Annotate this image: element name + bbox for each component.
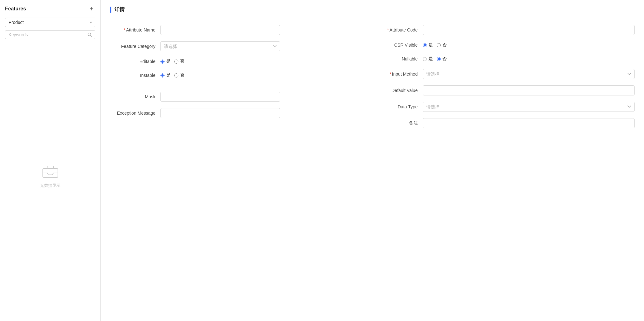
form-left-column: Attribute Name Feature Category 请选择 Edit… bbox=[110, 22, 372, 131]
csr-visible-yes-option[interactable]: 是 bbox=[423, 42, 433, 48]
instable-radio-group: 是 否 bbox=[160, 72, 184, 78]
instable-no-radio[interactable] bbox=[174, 73, 178, 77]
csr-visible-yes-label: 是 bbox=[428, 42, 433, 48]
instable-label: Instable bbox=[110, 73, 160, 78]
editable-label: Editable bbox=[110, 59, 160, 64]
nullable-label: Nullable bbox=[379, 56, 423, 61]
section-title: 详情 bbox=[115, 6, 125, 13]
input-method-select[interactable]: 请选择 bbox=[423, 69, 635, 79]
mask-row: Mask bbox=[110, 89, 354, 105]
instable-no-label: 否 bbox=[180, 72, 184, 78]
instable-yes-radio[interactable] bbox=[160, 73, 165, 77]
nullable-yes-label: 是 bbox=[428, 56, 433, 62]
search-button[interactable] bbox=[87, 32, 92, 37]
editable-no-radio[interactable] bbox=[174, 60, 178, 64]
empty-inbox-icon bbox=[42, 164, 59, 180]
default-value-row: Default Value bbox=[379, 82, 635, 99]
instable-no-option[interactable]: 否 bbox=[174, 72, 184, 78]
remarks-row: 备注 bbox=[379, 115, 635, 131]
form-grid: Attribute Name Feature Category 请选择 Edit… bbox=[110, 22, 635, 131]
mask-input[interactable] bbox=[160, 92, 280, 102]
editable-row: Editable 是 否 bbox=[110, 54, 354, 68]
instable-yes-label: 是 bbox=[166, 72, 171, 78]
instable-yes-option[interactable]: 是 bbox=[160, 72, 171, 78]
search-input[interactable] bbox=[8, 32, 87, 37]
sidebar-title: Features bbox=[5, 6, 26, 12]
editable-yes-option[interactable]: 是 bbox=[160, 59, 171, 64]
input-method-row: Input Method 请选择 bbox=[379, 66, 635, 82]
default-value-label: Default Value bbox=[379, 88, 423, 93]
remarks-input[interactable] bbox=[423, 118, 635, 128]
main-content: 详情 Attribute Name Feature Category 请选择 E… bbox=[101, 0, 644, 321]
attribute-code-label: Attribute Code bbox=[379, 27, 423, 32]
attribute-name-label: Attribute Name bbox=[110, 27, 160, 32]
csr-visible-no-label: 否 bbox=[442, 42, 447, 48]
attribute-name-row: Attribute Name bbox=[110, 22, 354, 38]
mask-label: Mask bbox=[110, 94, 160, 99]
attribute-code-input[interactable] bbox=[423, 25, 635, 35]
csr-visible-radio-group: 是 否 bbox=[423, 42, 447, 48]
nullable-radio-group: 是 否 bbox=[423, 56, 447, 62]
exception-message-row: Exception Message bbox=[110, 105, 354, 121]
editable-no-label: 否 bbox=[180, 59, 184, 64]
svg-line-1 bbox=[91, 36, 92, 37]
default-value-input[interactable] bbox=[423, 85, 635, 95]
exception-message-label: Exception Message bbox=[110, 111, 160, 116]
feature-category-label: Feature Category bbox=[110, 44, 160, 49]
attribute-code-row: Attribute Code bbox=[379, 22, 635, 38]
csr-visible-yes-radio[interactable] bbox=[423, 43, 427, 47]
sidebar-header: Features + bbox=[0, 5, 100, 18]
section-indicator bbox=[110, 7, 111, 13]
form-right-column: Attribute Code CSR Visible 是 否 bbox=[372, 22, 635, 131]
data-type-label: Data Type bbox=[379, 104, 423, 109]
nullable-no-label: 否 bbox=[442, 56, 447, 62]
sidebar: Features + Product ▾ 无数据显示 bbox=[0, 0, 101, 321]
data-type-select[interactable]: 请选择 bbox=[423, 102, 635, 112]
feature-category-row: Feature Category 请选择 bbox=[110, 38, 354, 54]
nullable-row: Nullable 是 否 bbox=[379, 52, 635, 66]
empty-text: 无数据显示 bbox=[40, 183, 60, 188]
instable-row: Instable 是 否 bbox=[110, 68, 354, 82]
nullable-yes-radio[interactable] bbox=[423, 57, 427, 61]
product-dropdown-label: Product bbox=[8, 20, 24, 25]
add-feature-button[interactable]: + bbox=[88, 5, 95, 13]
editable-no-option[interactable]: 否 bbox=[174, 59, 184, 64]
exception-message-input[interactable] bbox=[160, 108, 280, 118]
data-type-row: Data Type 请选择 bbox=[379, 99, 635, 115]
csr-visible-row: CSR Visible 是 否 bbox=[379, 38, 635, 52]
nullable-no-radio[interactable] bbox=[437, 57, 441, 61]
editable-yes-radio[interactable] bbox=[160, 60, 165, 64]
csr-visible-label: CSR Visible bbox=[379, 43, 423, 48]
feature-category-select[interactable]: 请选择 bbox=[160, 41, 280, 51]
nullable-no-option[interactable]: 否 bbox=[437, 56, 447, 62]
spacer-row bbox=[110, 82, 354, 89]
chevron-down-icon: ▾ bbox=[90, 20, 92, 25]
section-header: 详情 bbox=[110, 6, 635, 13]
editable-yes-label: 是 bbox=[166, 59, 171, 64]
attribute-name-input[interactable] bbox=[160, 25, 280, 35]
editable-radio-group: 是 否 bbox=[160, 59, 184, 64]
empty-state: 无数据显示 bbox=[0, 44, 100, 321]
search-icon bbox=[87, 32, 92, 37]
remarks-label: 备注 bbox=[379, 120, 423, 126]
nullable-yes-option[interactable]: 是 bbox=[423, 56, 433, 62]
keyword-search bbox=[5, 30, 95, 39]
product-dropdown[interactable]: Product ▾ bbox=[5, 18, 95, 27]
csr-visible-no-radio[interactable] bbox=[437, 43, 441, 47]
input-method-label: Input Method bbox=[379, 72, 423, 77]
csr-visible-no-option[interactable]: 否 bbox=[437, 42, 447, 48]
